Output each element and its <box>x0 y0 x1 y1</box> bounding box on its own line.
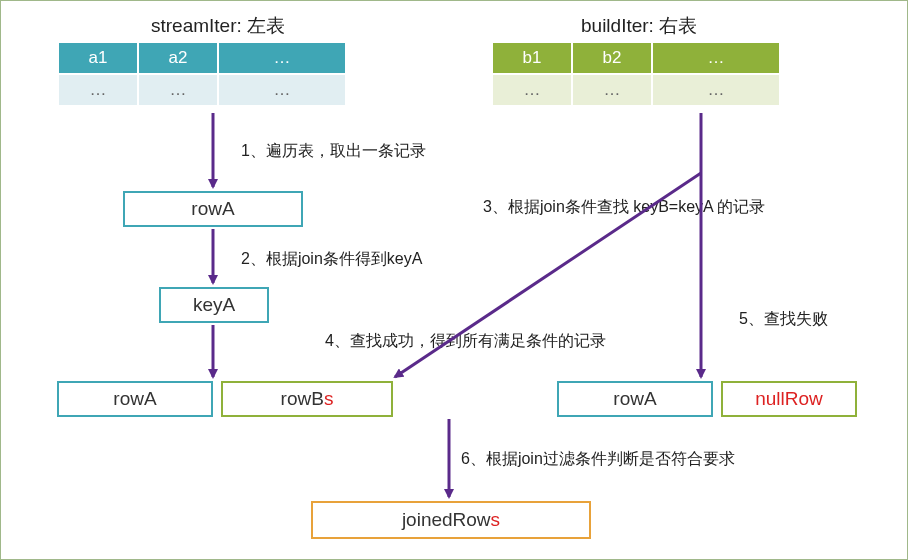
col-header: … <box>218 42 346 74</box>
left-table-title: streamIter: 左表 <box>151 13 285 39</box>
col-header: a2 <box>138 42 218 74</box>
cell: … <box>492 74 572 106</box>
text: rowB <box>281 388 324 410</box>
left-table: a1 a2 … … … … <box>57 41 347 107</box>
box-joinedRows: joinedRows <box>311 501 591 539</box>
cell: … <box>138 74 218 106</box>
table-row: … … … <box>58 74 346 106</box>
col-header: b1 <box>492 42 572 74</box>
step-4-label: 4、查找成功，得到所有满足条件的记录 <box>325 331 606 352</box>
diagram-canvas: streamIter: 左表 buildIter: 右表 a1 a2 … … …… <box>0 0 908 560</box>
text: joinedRow <box>402 509 491 531</box>
right-table-title: buildIter: 右表 <box>581 13 697 39</box>
text-suffix: s <box>491 509 501 531</box>
cell: … <box>58 74 138 106</box>
box-rowA-2: rowA <box>57 381 213 417</box>
step-6-label: 6、根据join过滤条件判断是否符合要求 <box>461 449 735 470</box>
step-1-label: 1、遍历表，取出一条记录 <box>241 141 426 162</box>
box-keyA: keyA <box>159 287 269 323</box>
cell: … <box>572 74 652 106</box>
step-3-label: 3、根据join条件查找 keyB=keyA 的记录 <box>483 197 765 218</box>
cell: … <box>218 74 346 106</box>
col-header: … <box>652 42 780 74</box>
col-header: a1 <box>58 42 138 74</box>
cell: … <box>652 74 780 106</box>
right-table: b1 b2 … … … … <box>491 41 781 107</box>
table-header-row: b1 b2 … <box>492 42 780 74</box>
box-rowBs: rowBs <box>221 381 393 417</box>
col-header: b2 <box>572 42 652 74</box>
step-2-label: 2、根据join条件得到keyA <box>241 249 422 270</box>
box-rowA-3: rowA <box>557 381 713 417</box>
step-5-label: 5、查找失败 <box>739 309 828 330</box>
table-row: … … … <box>492 74 780 106</box>
text-suffix: s <box>324 388 334 410</box>
box-nullRow: nullRow <box>721 381 857 417</box>
box-rowA-1: rowA <box>123 191 303 227</box>
table-header-row: a1 a2 … <box>58 42 346 74</box>
